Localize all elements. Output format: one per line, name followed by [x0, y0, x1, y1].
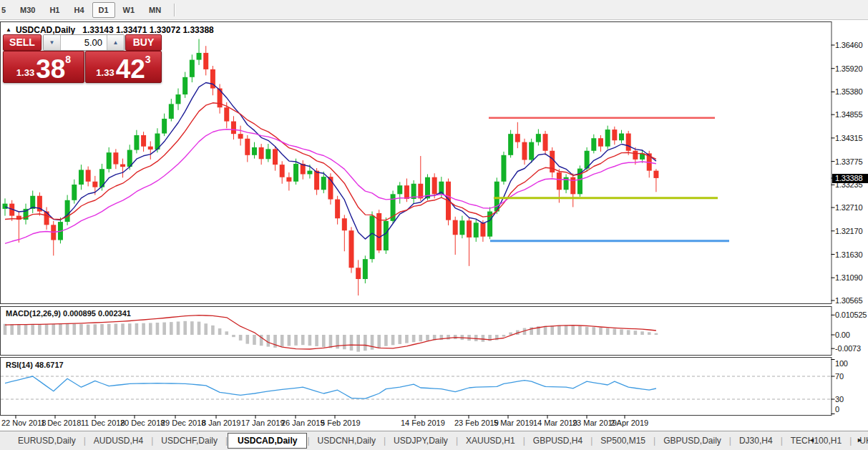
date-axis-label: 5 Mar 2019: [494, 419, 534, 427]
date-axis-label: 11 Dec 2018: [81, 419, 125, 427]
chevron-up-icon: ▲: [113, 39, 119, 46]
date-axis-label: 8 Jan 2019: [202, 419, 240, 427]
tab-gbpusd-daily[interactable]: GBPUSD,Daily: [655, 433, 729, 449]
rsi-axis-label: 100: [835, 359, 848, 368]
price-axis-label: 1.32710: [835, 203, 862, 212]
tab-audusd-h4[interactable]: AUDUSD,H4: [86, 433, 151, 449]
buy-price-prefix: 1.33: [96, 67, 114, 78]
timeframe-button-w1[interactable]: W1: [117, 2, 142, 18]
tab-usdchf-daily[interactable]: USDCHF,Daily: [153, 433, 225, 449]
date-axis-label: 1 Dec 2018: [41, 419, 81, 427]
macd-axis-label: 0.010525: [835, 310, 867, 319]
macd-label: MACD(12,26,9) 0.000895 0.002341: [6, 309, 131, 318]
tab-gbpusd-h4[interactable]: GBPUSD,H4: [525, 433, 590, 449]
buy-price-box[interactable]: 1.33 42 3: [85, 51, 162, 83]
tab-tech100-h1[interactable]: TECH100,H1: [783, 433, 849, 449]
collapse-panel-icon[interactable]: ▲: [6, 26, 11, 33]
sell-price-sup: 8: [65, 54, 71, 65]
tab-sp500-m15[interactable]: SP500,M15: [593, 433, 653, 449]
price-axis-label: 1.34855: [835, 110, 862, 119]
price-axis-label: 1.35920: [835, 64, 862, 73]
timeframe-button-h1[interactable]: H1: [43, 2, 66, 18]
price-axis-label: 1.30565: [835, 296, 862, 305]
date-axis-label: 5 Feb 2019: [321, 419, 361, 427]
price-axis-label: 1.31090: [835, 273, 862, 282]
sell-price-prefix: 1.33: [16, 67, 34, 78]
mt4-window: 5M30H1H4D1W1MN ▲ USDCAD,Daily 1.33143 1.…: [0, 0, 868, 450]
date-axis-label: 2 Apr 2019: [610, 419, 648, 427]
price-axis-label: 1.36460: [835, 41, 862, 49]
price-axis-label: 1.32170: [835, 227, 862, 235]
rsi-axis-label: 70: [835, 372, 844, 381]
timeframe-button-d1[interactable]: D1: [92, 2, 115, 18]
tabs-scroll-right-icon[interactable]: ►: [857, 436, 863, 444]
date-axis-label: 29 Dec 2018: [161, 419, 205, 427]
tab-usdcad-daily[interactable]: USDCAD,Daily: [228, 433, 307, 449]
rsi-label: RSI(14) 48.6717: [6, 361, 64, 369]
price-axis-label: 1.34315: [835, 134, 862, 142]
date-axis-label: 23 Feb 2019: [454, 419, 499, 427]
sell-price-box[interactable]: 1.33 38 8: [3, 51, 84, 83]
current-price-label: 1.33388: [832, 174, 868, 183]
volume-increase-button[interactable]: ▲: [107, 35, 124, 50]
rsi-axis-label: 30: [835, 395, 844, 403]
sell-price-big: 38: [36, 57, 65, 82]
rsi-axis-label: 0: [835, 405, 839, 414]
sell-button[interactable]: SELL: [3, 34, 42, 51]
tab-xauusd-h1[interactable]: XAUUSD,H1: [458, 433, 523, 449]
timeframe-button-h4[interactable]: H4: [67, 2, 90, 18]
price-axis-label: 1.31630: [835, 250, 862, 259]
date-axis-label: 17 Jan 2019: [241, 419, 285, 427]
chevron-down-icon: ▼: [49, 39, 55, 46]
tab-usdcnh-daily[interactable]: USDCNH,Daily: [310, 433, 384, 449]
price-axis-label: 1.33775: [835, 157, 862, 166]
timeframe-button-mn[interactable]: MN: [142, 2, 167, 18]
tab-usdjpy-daily[interactable]: USDJPY,Daily: [386, 433, 456, 449]
tabs-scroll-left-icon[interactable]: ◄: [809, 436, 815, 444]
date-axis-label: 22 Nov 2018: [1, 419, 46, 427]
date-axis-label: 26 Jan 2019: [281, 419, 325, 427]
tab-dj30-h4[interactable]: DJ30,H4: [731, 433, 781, 449]
tab-eurusd-daily[interactable]: EURUSD,Daily: [10, 433, 84, 449]
buy-price-big: 42: [116, 57, 145, 82]
toolbar-separator: [174, 4, 175, 16]
date-axis-label: 14 Feb 2019: [401, 419, 445, 427]
timeframe-button-5[interactable]: 5: [1, 2, 12, 18]
macd-axis-label: 0.00: [835, 331, 850, 339]
rsi-pane-frame: [1, 358, 832, 416]
buy-price-sup: 3: [145, 54, 151, 65]
macd-axis-label: -0.0073: [835, 344, 861, 353]
chart-tabbar: EURUSD,Daily|AUDUSD,H4|USDCHF,Daily|USDC…: [0, 431, 868, 450]
volume-spinner: ▼ 5.00 ▲: [43, 34, 125, 51]
volume-decrease-button[interactable]: ▼: [44, 35, 61, 50]
volume-value[interactable]: 5.00: [61, 35, 107, 50]
buy-button[interactable]: BUY: [125, 34, 162, 51]
price-axis-label: 1.35380: [835, 87, 862, 96]
timeframe-toolbar: 5M30H1H4D1W1MN: [0, 0, 868, 20]
date-axis-label: 14 Mar 2019: [533, 419, 577, 427]
timeframe-button-m30[interactable]: M30: [14, 2, 42, 18]
one-click-trade-panel: SELL ▼ 5.00 ▲ BUY 1.33 38 8 1.33 42 3: [2, 34, 161, 82]
candlestick-chart: [0, 19, 868, 450]
date-axis-label: 20 Dec 2018: [120, 419, 165, 427]
